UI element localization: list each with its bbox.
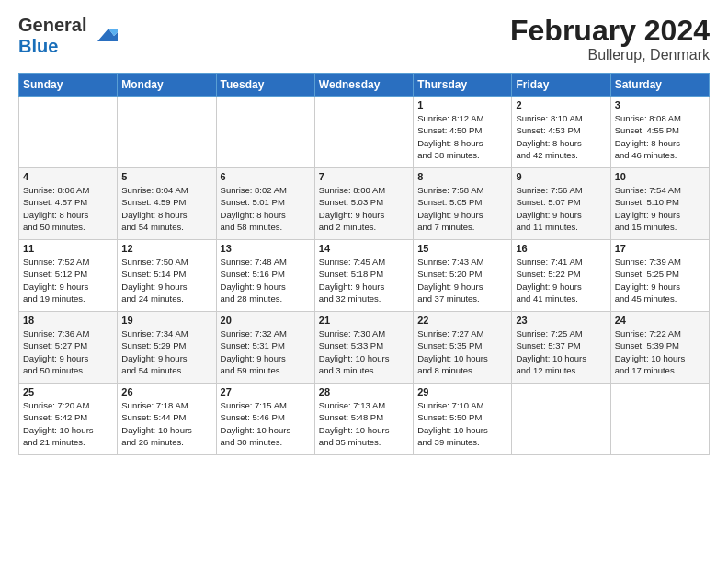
- calendar-table: SundayMondayTuesdayWednesdayThursdayFrid…: [18, 73, 710, 455]
- day-number: 10: [615, 171, 705, 182]
- calendar-week-row: 18Sunrise: 7:36 AM Sunset: 5:27 PM Dayli…: [19, 312, 710, 384]
- calendar-header: SundayMondayTuesdayWednesdayThursdayFrid…: [19, 74, 710, 97]
- calendar-cell: 2Sunrise: 8:10 AM Sunset: 4:53 PM Daylig…: [512, 97, 610, 168]
- calendar-cell: 16Sunrise: 7:41 AM Sunset: 5:22 PM Dayli…: [512, 240, 610, 312]
- day-info: Sunrise: 7:43 AM Sunset: 5:20 PM Dayligh…: [417, 256, 507, 304]
- day-number: 23: [516, 315, 606, 326]
- day-number: 25: [23, 386, 113, 397]
- day-info: Sunrise: 8:12 AM Sunset: 4:50 PM Dayligh…: [417, 112, 507, 161]
- logo-icon: [90, 19, 119, 49]
- day-number: 16: [516, 243, 606, 254]
- day-info: Sunrise: 7:54 AM Sunset: 5:10 PM Dayligh…: [615, 184, 705, 233]
- weekday-header: Friday: [512, 74, 610, 97]
- day-info: Sunrise: 8:02 AM Sunset: 5:01 PM Dayligh…: [221, 184, 311, 233]
- calendar-cell: [314, 97, 413, 168]
- calendar-cell: [610, 384, 709, 455]
- weekday-header: Thursday: [414, 74, 512, 97]
- day-info: Sunrise: 7:30 AM Sunset: 5:33 PM Dayligh…: [319, 327, 409, 376]
- day-number: 3: [615, 99, 705, 110]
- day-info: Sunrise: 7:34 AM Sunset: 5:29 PM Dayligh…: [121, 327, 211, 376]
- day-number: 15: [417, 243, 507, 254]
- day-number: 9: [516, 171, 606, 182]
- logo-line1: General: [18, 15, 86, 35]
- calendar-cell: 21Sunrise: 7:30 AM Sunset: 5:33 PM Dayli…: [314, 312, 413, 384]
- day-number: 6: [221, 171, 311, 182]
- day-number: 26: [121, 386, 211, 397]
- calendar-cell: [19, 97, 118, 168]
- day-info: Sunrise: 7:27 AM Sunset: 5:35 PM Dayligh…: [417, 327, 507, 376]
- calendar-cell: 19Sunrise: 7:34 AM Sunset: 5:29 PM Dayli…: [118, 312, 216, 384]
- calendar-cell: 27Sunrise: 7:15 AM Sunset: 5:46 PM Dayli…: [216, 384, 314, 455]
- calendar-week-row: 25Sunrise: 7:20 AM Sunset: 5:42 PM Dayli…: [19, 384, 710, 455]
- day-number: 21: [319, 315, 409, 326]
- day-info: Sunrise: 8:06 AM Sunset: 4:57 PM Dayligh…: [23, 184, 113, 233]
- calendar-cell: 22Sunrise: 7:27 AM Sunset: 5:35 PM Dayli…: [414, 312, 512, 384]
- calendar-cell: [512, 384, 610, 455]
- day-number: 17: [615, 243, 705, 254]
- day-info: Sunrise: 7:36 AM Sunset: 5:27 PM Dayligh…: [23, 327, 113, 376]
- day-info: Sunrise: 7:58 AM Sunset: 5:05 PM Dayligh…: [417, 184, 507, 233]
- day-number: 22: [417, 315, 507, 326]
- calendar-cell: 26Sunrise: 7:18 AM Sunset: 5:44 PM Dayli…: [118, 384, 216, 455]
- day-info: Sunrise: 7:50 AM Sunset: 5:14 PM Dayligh…: [121, 256, 211, 304]
- day-info: Sunrise: 8:08 AM Sunset: 4:55 PM Dayligh…: [615, 112, 705, 161]
- calendar-cell: 29Sunrise: 7:10 AM Sunset: 5:50 PM Dayli…: [414, 384, 512, 455]
- page-title: February 2024: [510, 15, 710, 47]
- calendar-cell: 1Sunrise: 8:12 AM Sunset: 4:50 PM Daylig…: [414, 97, 512, 168]
- day-info: Sunrise: 7:22 AM Sunset: 5:39 PM Dayligh…: [615, 327, 705, 376]
- calendar-cell: 6Sunrise: 8:02 AM Sunset: 5:01 PM Daylig…: [216, 168, 314, 240]
- calendar-cell: 28Sunrise: 7:13 AM Sunset: 5:48 PM Dayli…: [314, 384, 413, 455]
- day-info: Sunrise: 7:13 AM Sunset: 5:48 PM Dayligh…: [319, 399, 409, 448]
- calendar-cell: 9Sunrise: 7:56 AM Sunset: 5:07 PM Daylig…: [512, 168, 610, 240]
- calendar-week-row: 4Sunrise: 8:06 AM Sunset: 4:57 PM Daylig…: [19, 168, 710, 240]
- calendar-cell: 3Sunrise: 8:08 AM Sunset: 4:55 PM Daylig…: [610, 97, 709, 168]
- day-number: 8: [417, 171, 507, 182]
- weekday-header: Sunday: [19, 74, 118, 97]
- calendar-cell: 11Sunrise: 7:52 AM Sunset: 5:12 PM Dayli…: [19, 240, 118, 312]
- day-number: 18: [23, 315, 113, 326]
- weekday-header: Saturday: [610, 74, 709, 97]
- calendar-cell: 18Sunrise: 7:36 AM Sunset: 5:27 PM Dayli…: [19, 312, 118, 384]
- calendar-cell: 24Sunrise: 7:22 AM Sunset: 5:39 PM Dayli…: [610, 312, 709, 384]
- day-number: 11: [23, 243, 113, 254]
- calendar-week-row: 1Sunrise: 8:12 AM Sunset: 4:50 PM Daylig…: [19, 97, 710, 168]
- day-info: Sunrise: 7:15 AM Sunset: 5:46 PM Dayligh…: [221, 399, 311, 448]
- logo: General Blue: [18, 15, 119, 57]
- calendar-cell: 7Sunrise: 8:00 AM Sunset: 5:03 PM Daylig…: [314, 168, 413, 240]
- day-info: Sunrise: 8:04 AM Sunset: 4:59 PM Dayligh…: [121, 184, 211, 233]
- weekday-header: Wednesday: [314, 74, 413, 97]
- day-info: Sunrise: 7:48 AM Sunset: 5:16 PM Dayligh…: [221, 256, 311, 304]
- day-number: 14: [319, 243, 409, 254]
- calendar-cell: 14Sunrise: 7:45 AM Sunset: 5:18 PM Dayli…: [314, 240, 413, 312]
- calendar-cell: 13Sunrise: 7:48 AM Sunset: 5:16 PM Dayli…: [216, 240, 314, 312]
- day-number: 28: [319, 386, 409, 397]
- calendar-cell: [216, 97, 314, 168]
- header: General Blue February 2024 Bullerup, Den…: [18, 15, 710, 63]
- calendar-cell: 17Sunrise: 7:39 AM Sunset: 5:25 PM Dayli…: [610, 240, 709, 312]
- day-info: Sunrise: 7:25 AM Sunset: 5:37 PM Dayligh…: [516, 327, 606, 376]
- day-number: 12: [121, 243, 211, 254]
- day-number: 20: [221, 315, 311, 326]
- header-row: SundayMondayTuesdayWednesdayThursdayFrid…: [19, 74, 710, 97]
- day-info: Sunrise: 8:00 AM Sunset: 5:03 PM Dayligh…: [319, 184, 409, 233]
- day-number: 24: [615, 315, 705, 326]
- calendar-cell: 8Sunrise: 7:58 AM Sunset: 5:05 PM Daylig…: [414, 168, 512, 240]
- day-info: Sunrise: 7:52 AM Sunset: 5:12 PM Dayligh…: [23, 256, 113, 304]
- weekday-header: Monday: [118, 74, 216, 97]
- weekday-header: Tuesday: [216, 74, 314, 97]
- page-subtitle: Bullerup, Denmark: [510, 47, 710, 63]
- day-number: 29: [417, 386, 507, 397]
- calendar-cell: 10Sunrise: 7:54 AM Sunset: 5:10 PM Dayli…: [610, 168, 709, 240]
- calendar-cell: 15Sunrise: 7:43 AM Sunset: 5:20 PM Dayli…: [414, 240, 512, 312]
- calendar-cell: 25Sunrise: 7:20 AM Sunset: 5:42 PM Dayli…: [19, 384, 118, 455]
- day-number: 4: [23, 171, 113, 182]
- day-number: 27: [221, 386, 311, 397]
- calendar-cell: 4Sunrise: 8:06 AM Sunset: 4:57 PM Daylig…: [19, 168, 118, 240]
- title-block: February 2024 Bullerup, Denmark: [510, 15, 710, 63]
- calendar-cell: [118, 97, 216, 168]
- day-number: 1: [417, 99, 507, 110]
- day-number: 2: [516, 99, 606, 110]
- day-number: 7: [319, 171, 409, 182]
- day-info: Sunrise: 7:41 AM Sunset: 5:22 PM Dayligh…: [516, 256, 606, 304]
- day-number: 13: [221, 243, 311, 254]
